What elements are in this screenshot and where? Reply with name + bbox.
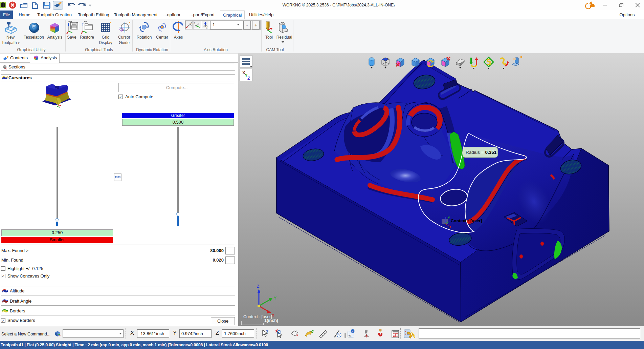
svg-text:Y: Y <box>274 296 276 301</box>
svg-text:Z: Z <box>257 284 259 289</box>
svg-text:?: ? <box>338 333 340 337</box>
svg-text:D: D <box>121 28 123 32</box>
svg-text:Z: Z <box>206 26 208 29</box>
svg-text:i: i <box>352 330 353 333</box>
svg-text:WZ: WZ <box>349 334 351 337</box>
svg-text:X: X <box>191 22 192 24</box>
svg-text:1(inch): 1(inch) <box>264 318 278 323</box>
svg-text:X: X <box>449 225 451 229</box>
svg-text:Y: Y <box>194 22 196 24</box>
svg-text:Y: Y <box>448 216 450 220</box>
svg-text:Context : [user]: Context : [user] <box>451 219 482 223</box>
svg-text:X: X <box>272 313 274 318</box>
svg-text:Z: Z <box>247 76 250 81</box>
svg-text:Radius = 0.351: Radius = 0.351 <box>466 150 497 155</box>
svg-text:?: ? <box>266 329 268 334</box>
